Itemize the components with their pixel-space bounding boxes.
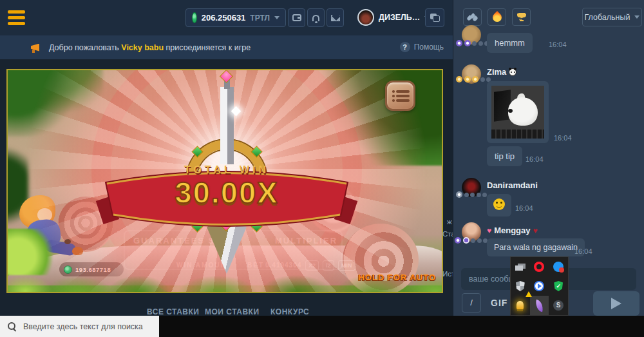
badge-dot — [470, 193, 475, 197]
slash-command-button[interactable]: / — [462, 293, 481, 313]
media-player-icon — [534, 281, 544, 291]
wallet-icon — [292, 14, 301, 21]
balance-value: 206.250631 — [202, 13, 246, 23]
badge-icon — [463, 237, 469, 244]
wallet-button[interactable] — [288, 8, 305, 27]
bell-icon — [312, 15, 319, 21]
badge-icon — [456, 76, 462, 82]
taskbar-search[interactable] — [0, 316, 159, 337]
heart-icon: ♥ — [487, 227, 491, 235]
tab-all-bets[interactable]: ВСЕ СТАВКИ — [147, 307, 199, 316]
sword-blade — [220, 87, 234, 164]
skype-icon: S — [553, 300, 564, 311]
hamburger-menu-icon[interactable] — [8, 10, 25, 25]
dog-body — [508, 97, 538, 126]
trophy-button[interactable] — [512, 8, 531, 26]
slot-game-frame: GUARANTEES S MULTIPLIER WIN AMOUNT BET 0… — [6, 69, 443, 293]
user-badges — [455, 237, 488, 244]
tray-opera-icon[interactable] — [530, 257, 549, 276]
gold-lamp-icon — [516, 301, 524, 310]
tray-media-player-icon[interactable] — [530, 276, 549, 296]
badge-dot — [480, 77, 485, 82]
badge-dot — [477, 193, 481, 197]
fireball-icon — [491, 11, 504, 24]
keyboard-shape — [491, 130, 544, 139]
megaphone-icon — [31, 43, 41, 52]
channel-dropdown[interactable]: Глобальный — [582, 8, 642, 26]
search-input[interactable] — [17, 322, 159, 331]
chevron-down-icon — [634, 15, 639, 21]
channel-label: Глобальный — [585, 13, 630, 22]
windows-taskbar: 74 Y Я РУС 16:04 30.08.2020 — [0, 316, 644, 337]
chat-message: Para wala ng gagawain — [487, 238, 585, 256]
chat-author[interactable]: ♥ Menggay ♥ — [487, 226, 538, 235]
badge-icon — [456, 40, 462, 46]
help-button[interactable]: ? Помощь — [400, 42, 444, 52]
badge-dot — [478, 41, 483, 46]
help-label: Помощь — [414, 43, 444, 52]
user-avatar — [357, 9, 374, 26]
chat-author[interactable]: Daniramdani — [487, 180, 538, 190]
tray-skype-icon[interactable]: S — [549, 296, 568, 315]
chat-message: hemmm — [487, 33, 533, 53]
smiley-emoji — [493, 198, 505, 210]
tray-gold-lamp-icon[interactable] — [511, 296, 530, 315]
total-win-value: 30.00X — [100, 175, 353, 210]
badge-icon — [464, 40, 471, 46]
badge-icon — [456, 191, 462, 198]
chat-message: tip tip — [487, 146, 522, 166]
badge-dot — [477, 238, 482, 243]
tray-feather-icon-selected[interactable] — [530, 296, 549, 315]
badge-icon — [472, 76, 478, 82]
gif-button[interactable]: GIF — [491, 298, 507, 308]
tray-displays-icon[interactable] — [511, 257, 530, 276]
tray-antivirus-icon[interactable]: ✓ — [549, 276, 568, 296]
chat-toggle-button[interactable] — [425, 8, 444, 27]
welcome-message: Добро пожаловать Vicky babu присоединяет… — [49, 43, 251, 52]
dog-nose — [508, 109, 513, 113]
windows-defender-icon — [515, 281, 525, 291]
screen: 206.250631 ТРТЛ ДИЗЕЛЬ… Добро пожаловать… — [0, 0, 644, 337]
chat-author[interactable]: Zima — [487, 67, 516, 77]
message-time: 16:04 — [574, 247, 592, 255]
message-time: 16:04 — [526, 155, 544, 163]
tray-blue-app-icon[interactable] — [549, 257, 568, 276]
badge-dot — [464, 193, 469, 197]
tab-contest[interactable]: КОНКУРС — [270, 307, 309, 316]
badge-dot — [471, 238, 475, 243]
rain-button[interactable] — [463, 8, 482, 26]
antivirus-shield-icon: ✓ — [554, 281, 564, 291]
messages-button[interactable] — [327, 8, 344, 27]
search-icon — [8, 322, 17, 331]
blue-circle-app-icon — [553, 262, 564, 272]
tab-my-bets[interactable]: МОИ СТАВКИ — [205, 307, 260, 316]
badge-dot — [482, 193, 487, 197]
game-menu-button[interactable] — [385, 81, 415, 111]
envelope-icon — [331, 15, 340, 21]
user-menu[interactable]: ДИЗЕЛЬ… — [357, 7, 430, 28]
bush-corner — [6, 229, 53, 275]
dog-at-laptop-image — [491, 86, 544, 139]
send-message-button[interactable] — [593, 291, 639, 316]
question-icon: ? — [400, 42, 410, 52]
kiss-icon: ♥ — [533, 227, 537, 235]
displays-icon — [515, 264, 526, 271]
fireball-button[interactable] — [488, 8, 506, 26]
welcome-username[interactable]: Vicky babu — [121, 43, 164, 52]
badge-dot — [472, 41, 477, 46]
chevron-down-icon — [274, 16, 279, 22]
top-header: 206.250631 ТРТЛ ДИЗЕЛЬ… — [0, 0, 453, 35]
chat-image-message[interactable] — [487, 81, 549, 143]
username-label: ДИЗЕЛЬ… — [379, 13, 420, 22]
message-time: 16:04 — [554, 134, 572, 142]
balance-dropdown[interactable]: 206.250631 ТРТЛ — [185, 8, 286, 27]
notifications-button[interactable] — [307, 8, 325, 27]
hold-for-auto-label[interactable]: HOLD FOR AUTO — [343, 273, 436, 282]
badge-icon — [464, 76, 471, 82]
coin-icon — [192, 12, 197, 23]
panda-emoji — [509, 68, 516, 76]
tray-defender-icon[interactable] — [511, 276, 530, 296]
user-badges — [456, 76, 491, 82]
purple-feather-icon — [534, 299, 544, 311]
user-badges — [456, 191, 487, 198]
